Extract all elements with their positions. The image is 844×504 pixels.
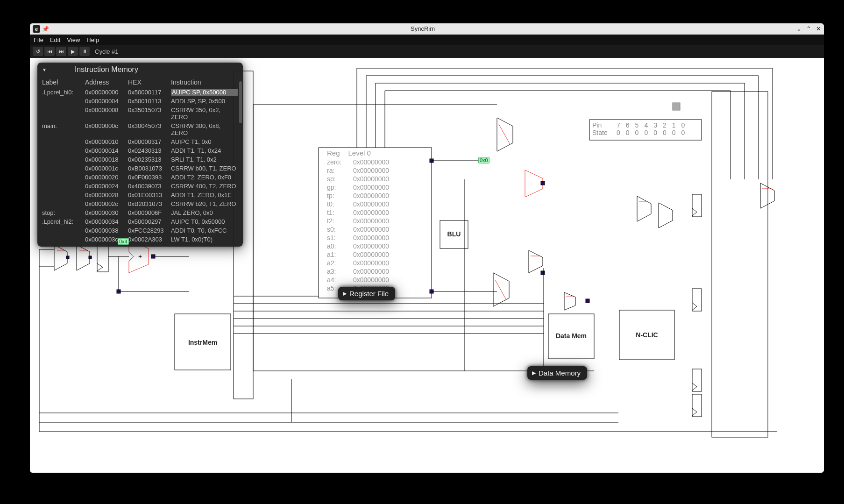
imem-instr: CSRRW 400, T2, ZERO <box>171 183 238 190</box>
pin-icon[interactable]: 📌 <box>42 26 49 32</box>
imem-instr: JAL ZERO, 0x0 <box>171 209 238 216</box>
imem-label: stop: <box>42 209 85 216</box>
imem-row[interactable]: 0x000000080x35015073CSRRW 350, 0x2, ZERO <box>37 106 243 121</box>
play-button[interactable]: ▶ <box>68 47 78 56</box>
step-back-button[interactable]: ⏮ <box>44 47 55 56</box>
reg-name: gp: <box>327 183 348 192</box>
imem-hex: 0x50000297 <box>128 218 171 225</box>
imem-addr: 0x00000020 <box>85 174 128 181</box>
menu-view[interactable]: View <box>67 36 80 43</box>
reg-name: a1: <box>327 250 348 259</box>
reg-name: a0: <box>327 242 348 250</box>
step-forward-button[interactable]: ⏭ <box>56 47 66 56</box>
imem-row[interactable]: 0x000000200x0F000393ADDI T2, ZERO, 0xF0 <box>37 173 243 182</box>
imem-hex: 0x50010113 <box>128 98 171 105</box>
reg-name: ra: <box>327 166 348 175</box>
imem-addr: 0x00000034 <box>85 218 128 225</box>
register-file-button[interactable]: ▶ Register File <box>338 287 395 300</box>
svg-rect-44 <box>692 369 702 391</box>
imem-instr: CSRRW b20, T1, ZERO <box>171 200 238 207</box>
instruction-memory-panel[interactable]: ▼ Instruction Memory Label Address HEX I… <box>37 63 243 247</box>
imem-hex: 0xFCC28293 <box>128 227 171 234</box>
value-tag-right: 0x0 <box>478 157 489 163</box>
imem-row[interactable]: 0x000000100x00000317AUIPC T1, 0x0 <box>37 137 243 146</box>
imem-addr: 0x00000010 <box>85 138 128 145</box>
imem-instr: ADDI SP, SP, 0x500 <box>171 98 238 105</box>
reg-value: 0x00000000 <box>353 250 389 259</box>
svg-rect-37 <box>586 299 589 303</box>
reg-name: t1: <box>327 208 348 217</box>
imem-instr: AUIPC SP, 0x50000 <box>171 89 238 96</box>
svg-rect-46 <box>712 92 768 437</box>
menu-help[interactable]: Help <box>86 36 99 43</box>
toolbar: ↺ ⏮ ⏭ ▶ ⏸ Cycle #1 <box>30 45 824 58</box>
reg-row: sp:0x00000000 <box>327 175 439 183</box>
imem-row[interactable]: 0x000000040x50010113ADDI SP, SP, 0x500 <box>37 97 243 106</box>
imem-row[interactable]: .Lpcrel_hi0:0x000000000x50000117AUIPC SP… <box>37 88 243 97</box>
imem-hex: 0x50000117 <box>128 89 171 96</box>
imem-label <box>42 147 85 154</box>
col-hex: HEX <box>128 78 171 86</box>
imem-label <box>42 192 85 199</box>
window-title: SyncRim <box>49 25 796 32</box>
reg-value: 0x00000000 <box>353 259 389 267</box>
imem-hex: 0x0F000393 <box>128 174 171 181</box>
pause-button[interactable]: ⏸ <box>79 47 90 56</box>
svg-rect-33 <box>541 271 545 275</box>
svg-rect-47 <box>348 68 562 115</box>
reg-value: 0x00000000 <box>353 267 389 276</box>
imem-row[interactable]: main:0x0000000c0x30045073CSRRW 300, 0x8,… <box>37 121 243 137</box>
reg-value: 0x00000000 <box>353 208 389 217</box>
maximize-icon[interactable]: ⌃ <box>806 25 811 32</box>
reg-value: 0x00000000 <box>353 242 389 250</box>
imem-row[interactable]: .Lpcrel_hi2:0x000000340x50000297AUIPC T0… <box>37 217 243 226</box>
app-window: e 📌 SyncRim ⌄ ⌃ ✕ File Edit View Help ↺ … <box>30 23 824 473</box>
imem-row[interactable]: 0x000000380xFCC28293ADDI T0, T0, 0xFCC <box>37 226 243 235</box>
imem-label <box>42 227 85 234</box>
imem-label: .Lpcrel_hi2: <box>42 218 85 225</box>
imem-row[interactable]: 0x0000002c0xB2031073CSRRW b20, T1, ZERO <box>37 199 243 208</box>
value-tag-left: 0x4 <box>118 238 129 245</box>
imem-row[interactable]: 0x000000140x02430313ADDI T1, T1, 0x24 <box>37 146 243 155</box>
imem-hex: 0xB2031073 <box>128 200 171 207</box>
imem-addr: 0x0000002c <box>85 200 128 207</box>
imem-row[interactable]: 0x0000001c0xB0031073CSRRW b00, T1, ZERO <box>37 164 243 173</box>
svg-rect-2 <box>66 256 69 259</box>
reg-name: a3: <box>327 267 348 276</box>
imem-row[interactable]: 0x0000003c0x0002A303LW T1, 0x0(T0) <box>37 235 243 244</box>
imem-row[interactable]: 0x000000180x00235313SRLI T1, T1, 0x2 <box>37 155 243 164</box>
reg-name: a4: <box>327 276 348 284</box>
close-icon[interactable]: ✕ <box>816 25 821 32</box>
svg-text:Data Mem: Data Mem <box>556 332 587 340</box>
imem-hex: 0x00000317 <box>128 138 171 145</box>
reg-row: a0:0x00000000 <box>327 242 439 250</box>
svg-line-29 <box>499 124 510 144</box>
menu-edit[interactable]: Edit <box>50 36 60 43</box>
imem-hex: 0x0002A303 <box>128 236 171 243</box>
imem-rows: .Lpcrel_hi0:0x000000000x50000117AUIPC SP… <box>37 88 243 244</box>
imem-instr: AUIPC T1, 0x0 <box>171 138 238 145</box>
reg-name: sp: <box>327 175 348 183</box>
imem-hex: 0x0000006F <box>128 209 171 216</box>
canvas[interactable]: + InstrMem <box>30 58 824 473</box>
scrollbar[interactable] <box>239 81 242 123</box>
imem-row[interactable]: stop:0x000000300x0000006FJAL ZERO, 0x0 <box>37 208 243 217</box>
reg-value: 0x00000000 <box>353 192 389 200</box>
imem-addr: 0x00000008 <box>85 106 128 121</box>
imem-instr: AUIPC T0, 0x50000 <box>171 218 238 225</box>
collapse-icon[interactable]: ▼ <box>42 67 47 72</box>
imem-label <box>42 236 85 243</box>
imem-row[interactable]: 0x000000240x40039073CSRRW 400, T2, ZERO <box>37 182 243 191</box>
imem-row[interactable]: 0x000000280x01E00313ADDI T1, ZERO, 0x1E <box>37 191 243 199</box>
svg-line-30 <box>495 280 506 300</box>
minimize-icon[interactable]: ⌄ <box>796 25 801 32</box>
reg-row: gp:0x00000000 <box>327 183 439 192</box>
imem-hex: 0xB0031073 <box>128 165 171 172</box>
svg-rect-5 <box>97 244 108 272</box>
pin-label: Pin <box>592 121 611 129</box>
reg-name: s0: <box>327 225 348 234</box>
reg-row: zero:0x00000000 <box>327 158 439 166</box>
undo-button[interactable]: ↺ <box>33 47 43 56</box>
data-memory-button[interactable]: ▶ Data Memory <box>527 366 587 380</box>
menu-file[interactable]: File <box>34 36 43 43</box>
